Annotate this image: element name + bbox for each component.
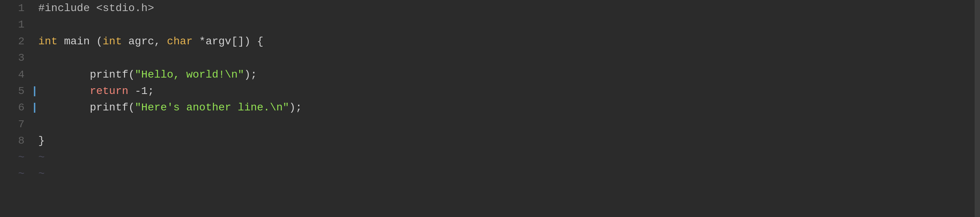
tilde-2: ~ <box>38 166 45 182</box>
closing-brace: } <box>38 133 45 149</box>
code-line-4: printf("Hello, world!\n"); <box>38 66 967 83</box>
empty-line <box>38 16 45 33</box>
code-line-5: | return -1; <box>38 83 967 99</box>
tilde-line-2: ~ <box>38 166 967 182</box>
argv-brace: *argv[]) { <box>193 33 263 50</box>
string-hello: "Hello, world!\n" <box>135 66 244 83</box>
return-value: -1; <box>128 83 154 99</box>
tilde-1: ~ <box>38 149 45 166</box>
line-num-8: 8 <box>8 133 24 149</box>
editor-container: 1 1 2 3 4 5 6 7 8 ~ ~ #include <stdio.h>… <box>0 0 980 217</box>
line-num-tilde1: ~ <box>8 149 24 166</box>
gutter-mark-5: | <box>31 83 38 99</box>
include-header: <stdio.h> <box>90 0 154 16</box>
string-another: "Here's another line.\n" <box>135 99 289 116</box>
line-num-5: 5 <box>8 83 24 99</box>
semicolon-1: ); <box>244 66 257 83</box>
return-keyword: return <box>90 83 128 99</box>
argc-param: agrc, <box>122 33 167 50</box>
code-area[interactable]: #include <stdio.h> int main (int agrc, c… <box>31 0 975 217</box>
code-line-blank1 <box>38 16 967 33</box>
code-line-2: int main (int agrc, char *argv[]) { <box>38 33 967 50</box>
include-keyword: include <box>45 0 90 16</box>
main-func: main ( <box>57 33 103 50</box>
line-numbers: 1 1 2 3 4 5 6 7 8 ~ ~ <box>0 0 31 217</box>
preprocessor-hash: # <box>38 0 45 16</box>
type-char: char <box>167 33 193 50</box>
line-num-6: 6 <box>8 99 24 116</box>
empty-line-3 <box>38 50 45 66</box>
line-num-7: 7 <box>8 116 24 133</box>
code-line-1: #include <stdio.h> <box>38 0 967 16</box>
indent-5 <box>38 83 90 99</box>
line-num-1: 1 <box>8 0 24 16</box>
code-line-8: } <box>38 133 967 149</box>
code-line-6: | printf("Here's another line.\n"); <box>38 99 967 116</box>
line-num-3: 3 <box>8 50 24 66</box>
code-line-3 <box>38 50 967 66</box>
code-line-7 <box>38 116 967 133</box>
empty-line-7 <box>38 116 45 133</box>
line-num-tilde2: ~ <box>8 166 24 182</box>
printf-2: printf( <box>38 99 135 116</box>
scrollbar[interactable] <box>975 0 980 217</box>
type-int-main: int <box>38 33 57 50</box>
gutter-mark-6: | <box>31 99 38 116</box>
tilde-line-1: ~ <box>38 149 967 166</box>
printf-1: printf( <box>38 66 135 83</box>
type-int-param: int <box>103 33 122 50</box>
semicolon-2: ); <box>289 99 302 116</box>
line-num-4: 4 <box>8 66 24 83</box>
line-num-blank1: 1 <box>8 16 24 33</box>
line-num-2: 2 <box>8 33 24 50</box>
